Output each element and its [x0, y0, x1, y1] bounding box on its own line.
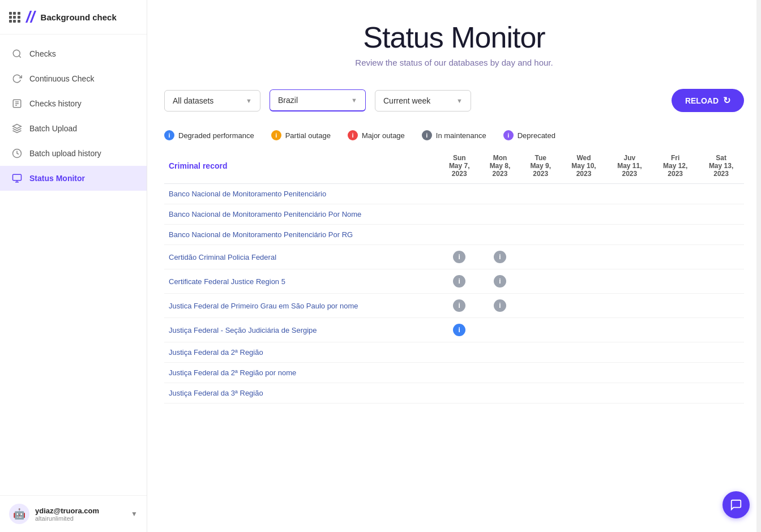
table-row: Banco Nacional de Monitoramento Penitenc… — [164, 225, 744, 245]
reload-button[interactable]: RELOAD ↻ — [672, 89, 744, 112]
cell-wed — [561, 225, 607, 245]
row-name: Justiça Federal - Seção Judiciária de Se… — [164, 318, 439, 342]
row-name: Certificate Federal Justice Region 5 — [164, 269, 439, 294]
cell-wed — [561, 245, 607, 269]
table-row: Justiça Federal da 3ª Região — [164, 383, 744, 404]
legend-deprecated-dot: i — [503, 130, 514, 140]
cell-mon — [480, 225, 520, 245]
table-row: Justica Federal de Primeiro Grau em São … — [164, 294, 744, 318]
period-filter[interactable]: Current week ▼ — [375, 90, 471, 111]
cell-fri — [652, 184, 698, 204]
page-header: Status Monitor Review the status of our … — [147, 0, 761, 79]
cell-tue — [520, 318, 561, 342]
legend-major-dot: i — [348, 130, 358, 140]
cell-sun — [439, 363, 480, 383]
col-header-sun: SunMay 7,2023 — [439, 148, 480, 184]
sidebar-item-checks-history[interactable]: Checks history — [0, 91, 147, 116]
period-filter-label: Current week — [383, 96, 451, 105]
cell-mon — [480, 342, 520, 363]
table-row: Banco Nacional de Monitoramento Penitenc… — [164, 184, 744, 204]
period-arrow-icon: ▼ — [456, 97, 463, 104]
legend-maintenance: i In maintenance — [422, 130, 486, 140]
legend-deprecated: i Deprecated — [503, 130, 555, 140]
scrollbar[interactable] — [756, 0, 761, 532]
sidebar-item-checks[interactable]: Checks — [0, 41, 147, 66]
cell-tue — [520, 184, 561, 204]
status-gray-icon[interactable]: i — [453, 299, 465, 312]
cell-fri — [652, 245, 698, 269]
row-name: Banco Nacional de Monitoramento Penitenc… — [164, 225, 439, 245]
search-icon — [11, 48, 23, 59]
chat-button[interactable] — [722, 491, 750, 518]
col-header-fri: FriMay 12,2023 — [652, 148, 698, 184]
legend-deprecated-label: Deprecated — [518, 131, 555, 140]
svg-rect-8 — [13, 174, 22, 181]
status-gray-icon[interactable]: i — [453, 251, 465, 263]
sidebar-header: // Background check — [0, 0, 147, 35]
cell-wed — [561, 363, 607, 383]
col-header-wed: WedMay 10,2023 — [561, 148, 607, 184]
cell-sun — [439, 184, 480, 204]
row-name: Justiça Federal da 3ª Região — [164, 383, 439, 404]
cell-tue — [520, 245, 561, 269]
sidebar: // Background check Checks Continuous Ch… — [0, 0, 147, 532]
cell-mon — [480, 383, 520, 404]
sidebar-item-batch-upload[interactable]: Batch Upload — [0, 116, 147, 141]
cell-mon: i — [480, 245, 520, 269]
cell-mon — [480, 363, 520, 383]
cell-sat — [698, 342, 744, 363]
svg-marker-6 — [13, 125, 22, 129]
cell-tue — [520, 342, 561, 363]
cell-tue — [520, 269, 561, 294]
sidebar-item-batch-upload-history[interactable]: Batch upload history — [0, 141, 147, 166]
status-blue-icon[interactable]: i — [453, 324, 465, 336]
sidebar-item-checks-label: Checks — [29, 49, 56, 58]
cell-mon — [480, 204, 520, 225]
row-name: Banco Nacional de Monitoramento Penitenc… — [164, 204, 439, 225]
country-filter-label: Brazil — [278, 96, 345, 105]
country-arrow-icon: ▼ — [351, 97, 357, 104]
legend-degraded: i Degraded performance — [164, 130, 254, 140]
table-row: Certidão Criminal Policia Federalii — [164, 245, 744, 269]
cell-mon — [480, 184, 520, 204]
svg-point-0 — [13, 50, 20, 57]
cell-fri — [652, 269, 698, 294]
cell-sat — [698, 184, 744, 204]
cell-fri — [652, 318, 698, 342]
grid-icon[interactable] — [9, 12, 20, 23]
layers-icon — [11, 123, 23, 134]
sidebar-item-status-monitor[interactable]: Status Monitor — [0, 166, 147, 191]
cell-sat — [698, 383, 744, 404]
cell-sat — [698, 294, 744, 318]
sidebar-item-continuous-check[interactable]: Continuous Check — [0, 66, 147, 91]
cell-wed — [561, 184, 607, 204]
dataset-filter-label: All datasets — [173, 96, 240, 105]
status-gray-icon[interactable]: i — [453, 275, 465, 288]
cell-tue — [520, 363, 561, 383]
status-gray-icon[interactable]: i — [494, 251, 506, 263]
row-name: Justiça Federal da 2ª Região por nome — [164, 363, 439, 383]
cell-fri — [652, 363, 698, 383]
status-table: Criminal record SunMay 7,2023 MonMay 8,2… — [164, 148, 744, 404]
reload-icon: ↻ — [723, 95, 730, 106]
user-email: ydiaz@truora.com — [35, 507, 125, 515]
refresh-icon — [11, 73, 23, 84]
dataset-filter[interactable]: All datasets ▼ — [164, 90, 260, 111]
col-header-sat: SatMay 13,2023 — [698, 148, 744, 184]
cell-wed — [561, 318, 607, 342]
filter-bar: All datasets ▼ Brazil ▼ Current week ▼ R… — [147, 79, 761, 122]
sidebar-item-checks-history-label: Checks history — [29, 99, 82, 108]
clock-icon — [11, 148, 23, 159]
status-gray-icon[interactable]: i — [494, 299, 506, 312]
app-name: Background check — [41, 12, 117, 22]
cell-fri — [652, 383, 698, 404]
monitor-icon — [11, 173, 23, 184]
cell-mon: i — [480, 269, 520, 294]
table-row: Justiça Federal da 2ª Região por nome — [164, 363, 744, 383]
legend-major-label: Major outage — [362, 131, 405, 140]
chevron-down-icon[interactable]: ▼ — [131, 510, 138, 518]
status-gray-icon[interactable]: i — [494, 275, 506, 288]
cell-sun — [439, 342, 480, 363]
country-filter[interactable]: Brazil ▼ — [270, 89, 366, 111]
logo-mark: // — [26, 9, 35, 25]
